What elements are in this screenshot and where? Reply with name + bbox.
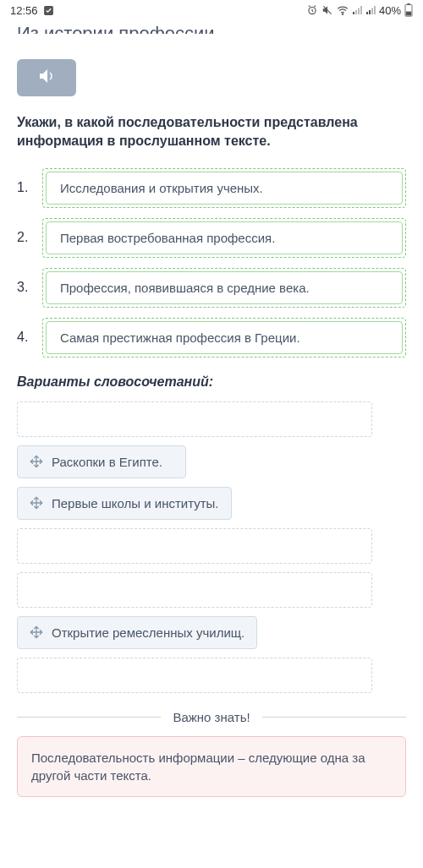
divider-line	[17, 717, 161, 718]
move-icon	[30, 455, 43, 468]
ordered-text: Самая престижная профессия в Греции.	[46, 321, 403, 354]
ordered-num: 4.	[17, 330, 42, 345]
variant-text: Открытие ремесленных училищ.	[52, 625, 244, 640]
checkbox-icon	[43, 5, 54, 16]
drop-slot[interactable]: Исследования и открытия ученых.	[42, 168, 406, 208]
ordered-num: 3.	[17, 280, 42, 295]
ordered-num: 1.	[17, 180, 42, 195]
ordered-num: 2.	[17, 230, 42, 245]
variant-text: Раскопки в Египте.	[52, 455, 162, 469]
variants-title: Варианты словосочетаний:	[17, 374, 406, 390]
status-bar: 12:56 40%	[0, 0, 423, 20]
status-left: 12:56	[10, 4, 54, 17]
ordered-text: Первая востребованная профессия.	[46, 221, 403, 254]
empty-slot[interactable]	[17, 572, 372, 608]
divider-line	[262, 717, 406, 718]
svg-rect-5	[407, 3, 409, 5]
empty-slot[interactable]	[17, 528, 372, 564]
move-icon	[30, 496, 43, 510]
battery-icon	[404, 3, 413, 17]
mute-icon	[321, 4, 333, 16]
variant-text: Первые школы и институты.	[52, 496, 219, 510]
instruction-text: Укажи, в какой последовательности предст…	[17, 113, 406, 151]
variant-item[interactable]: Открытие ремесленных училищ.	[17, 616, 257, 649]
drop-slot[interactable]: Профессия, появившаяся в средние века.	[42, 268, 406, 308]
signal-icon-2	[365, 5, 376, 15]
ordered-item-2: 2. Первая востребованная профессия.	[17, 218, 406, 258]
wifi-icon	[337, 4, 349, 16]
drop-slot[interactable]: Первая востребованная профессия.	[42, 218, 406, 258]
ordered-list: 1. Исследования и открытия ученых. 2. Пе…	[17, 168, 406, 358]
audio-play-button[interactable]	[17, 59, 76, 96]
status-time: 12:56	[10, 4, 38, 17]
important-label: Важно знать!	[173, 710, 250, 724]
ordered-item-1: 1. Исследования и открытия ученых.	[17, 168, 406, 208]
variants-pool: Раскопки в Египте. Первые школы и инстит…	[17, 401, 406, 693]
ordered-item-4: 4. Самая престижная профессия в Греции.	[17, 318, 406, 358]
ordered-item-3: 3. Профессия, появившаяся в средние века…	[17, 268, 406, 308]
signal-icon-1	[352, 5, 362, 15]
drop-slot[interactable]: Самая престижная профессия в Греции.	[42, 318, 406, 358]
important-divider: Важно знать!	[17, 710, 406, 724]
move-icon	[30, 625, 43, 639]
battery-percent: 40%	[379, 4, 401, 17]
page-title: Из истории профессии	[17, 22, 406, 34]
content: Из истории профессии Укажи, в какой посл…	[0, 22, 423, 814]
ordered-text: Исследования и открытия ученых.	[46, 172, 403, 205]
speaker-icon	[36, 66, 57, 90]
ordered-text: Профессия, появившаяся в средние века.	[46, 271, 403, 304]
empty-slot[interactable]	[17, 658, 372, 693]
svg-rect-6	[406, 12, 411, 16]
variant-item[interactable]: Первые школы и институты.	[17, 487, 232, 520]
status-right: 40%	[306, 3, 413, 17]
info-box: Последовательность информации – следующи…	[17, 736, 406, 797]
empty-slot[interactable]	[17, 401, 372, 437]
svg-point-3	[342, 14, 343, 14]
variant-item[interactable]: Раскопки в Египте.	[17, 445, 186, 478]
alarm-icon	[306, 4, 318, 16]
